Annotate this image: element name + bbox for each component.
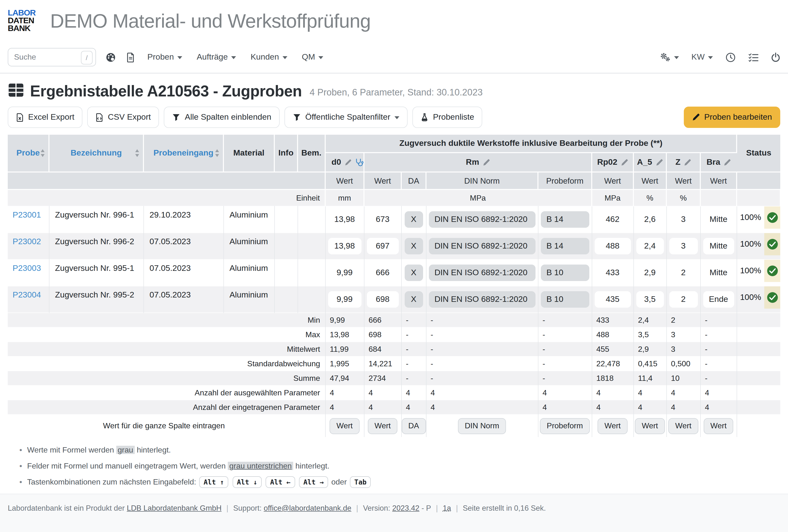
din-norm-field[interactable]: DIN EN ISO 6892-1:2020 (429, 211, 535, 228)
fill-da-button[interactable]: DA (401, 418, 426, 434)
sample-list-button[interactable]: Probenliste (413, 106, 482, 128)
d0-input[interactable]: 9,99 (328, 291, 361, 308)
probe-link[interactable]: P23002 (13, 237, 41, 246)
z-input[interactable]: 3 (669, 211, 697, 228)
material-cell: Aluminium (223, 206, 274, 233)
menu-qm[interactable]: QM (302, 52, 323, 62)
labordatenbank-logo[interactable]: LABOR DATEN BANK (8, 9, 36, 33)
probeform-field[interactable]: B 14 (540, 238, 589, 254)
rm-input[interactable]: 673 (367, 211, 399, 228)
probeform-field[interactable]: B 14 (540, 211, 589, 228)
user-menu[interactable]: KW (691, 52, 713, 62)
bem-cell (298, 259, 325, 286)
fill-z-button[interactable]: Wert (669, 418, 698, 434)
rp02-input[interactable]: 433 (594, 264, 631, 281)
rm-input[interactable]: 666 (367, 264, 399, 281)
stats-row-max: Max 13,98 698 - - - 488 3,5 3 - (8, 327, 780, 342)
da-formula-field[interactable]: X (405, 291, 423, 308)
company-link[interactable]: LDB Labordatenbank GmbH (127, 504, 221, 512)
din-norm-field[interactable]: DIN EN ISO 6892-1:2020 (429, 291, 535, 308)
col-header-bezeichnung[interactable]: Bezeichnung (49, 135, 143, 172)
bra-input[interactable]: Mitte (703, 264, 734, 281)
fill-din-norm-button[interactable]: DIN Norm (458, 418, 506, 434)
palette-icon[interactable] (106, 52, 116, 62)
fill-d0-button[interactable]: Wert (330, 418, 360, 434)
a5-input[interactable]: 3,5 (636, 291, 664, 308)
probeform-field[interactable]: B 10 (540, 291, 589, 308)
fill-bra-button[interactable]: Wert (704, 418, 733, 434)
d0-input[interactable]: 9,99 (328, 264, 361, 281)
fill-rp02-button[interactable]: Wert (598, 418, 628, 434)
din-norm-field[interactable]: DIN EN ISO 6892-1:2020 (429, 264, 535, 281)
da-formula-field[interactable]: X (405, 211, 423, 228)
table-row: P23002 Zugversuch Nr. 996-2 07.05.2023 A… (8, 233, 780, 259)
z-input[interactable]: 2 (669, 291, 697, 308)
unit-z: % (666, 190, 700, 206)
stats-row-mittelwert: Mittelwert 11,99 684 - - - 455 2,9 3 - (8, 342, 780, 356)
probe-link[interactable]: P23004 (13, 290, 41, 299)
fill-rm-button[interactable]: Wert (368, 418, 398, 434)
app-title: DEMO Material- und Werkstoffprüfung (50, 10, 371, 32)
pencil-icon[interactable] (655, 159, 663, 166)
pencil-icon (692, 113, 700, 121)
z-input[interactable]: 3 (669, 238, 697, 254)
menu-auftraege[interactable]: Aufträge (197, 52, 236, 62)
history-icon[interactable] (726, 52, 736, 62)
pencil-icon[interactable] (724, 159, 731, 166)
menu-kunden[interactable]: Kunden (251, 52, 287, 62)
probeform-field[interactable]: B 10 (540, 264, 589, 281)
bra-input[interactable]: Mitte (703, 238, 734, 254)
a5-input[interactable]: 2,4 (636, 238, 664, 254)
pencil-icon[interactable] (684, 159, 691, 166)
din-norm-field[interactable]: DIN EN ISO 6892-1:2020 (429, 238, 535, 254)
d0-input[interactable]: 13,98 (328, 211, 361, 228)
funnel-icon (293, 113, 301, 121)
probe-link[interactable]: P23001 (13, 210, 41, 219)
col-header-probeneingang[interactable]: Probeneingang (143, 135, 223, 172)
stats-row-anzahl-ausgewaehlt: Anzahl der ausgewählten Parameter 4 4 4 … (8, 386, 780, 400)
bra-input[interactable]: Mitte (703, 211, 734, 228)
show-all-columns-button[interactable]: Alle Spalten einblenden (164, 106, 280, 128)
col-header-probe[interactable]: Probe (8, 135, 49, 172)
revision-link[interactable]: 1a (443, 504, 451, 512)
rp02-input[interactable]: 435 (594, 291, 631, 308)
rp02-input[interactable]: 462 (594, 211, 631, 228)
fill-a5-button[interactable]: Wert (635, 418, 665, 434)
document-icon[interactable] (126, 52, 135, 62)
edit-samples-button[interactable]: Proben bearbeiten (684, 106, 780, 128)
status-ok-icon (767, 212, 777, 223)
bezeichnung-cell: Zugversuch Nr. 995-1 (49, 259, 143, 286)
z-input[interactable]: 2 (669, 264, 697, 281)
pencil-icon[interactable] (482, 159, 490, 166)
table-row: P23004 Zugversuch Nr. 995-2 07.05.2023 A… (8, 286, 780, 313)
support-email-link[interactable]: office@labordatenbank.de (264, 504, 351, 512)
logout-icon[interactable] (771, 52, 780, 62)
note-manual: Felder mit Formel und manuell eingetrage… (19, 460, 780, 472)
a5-input[interactable]: 2,9 (636, 264, 664, 281)
status-percent: 100% (737, 260, 764, 282)
excel-export-button[interactable]: Excel Export (8, 106, 83, 128)
public-column-filter-button[interactable]: Öffentliche Spaltenfilter (284, 106, 408, 128)
pencil-icon[interactable] (621, 159, 628, 166)
fill-probeform-button[interactable]: Probeform (540, 418, 590, 434)
bra-input[interactable]: Ende (703, 291, 734, 308)
stethoscope-icon[interactable] (355, 158, 363, 167)
probe-link[interactable]: P23003 (13, 263, 41, 273)
a5-input[interactable]: 2,6 (636, 211, 664, 228)
settings-menu[interactable] (659, 52, 679, 62)
tasks-icon[interactable] (748, 53, 759, 62)
d0-input[interactable]: 13,98 (328, 238, 361, 254)
rm-input[interactable]: 697 (367, 238, 399, 254)
da-formula-field[interactable]: X (405, 238, 423, 254)
menu-proben[interactable]: Proben (147, 52, 182, 62)
rm-input[interactable]: 698 (367, 291, 399, 308)
info-cell (274, 286, 298, 313)
pencil-icon[interactable] (344, 159, 351, 166)
csv-export-button[interactable]: CSV Export (87, 106, 159, 128)
version-link[interactable]: 2023.42 (392, 504, 419, 512)
da-formula-field[interactable]: X (405, 264, 423, 281)
kbd-alt-right: Alt → (299, 476, 328, 488)
brand-bar: LABOR DATEN BANK DEMO Material- und Werk… (0, 0, 788, 42)
chevron-down-icon (282, 56, 287, 59)
rp02-input[interactable]: 488 (594, 238, 631, 254)
